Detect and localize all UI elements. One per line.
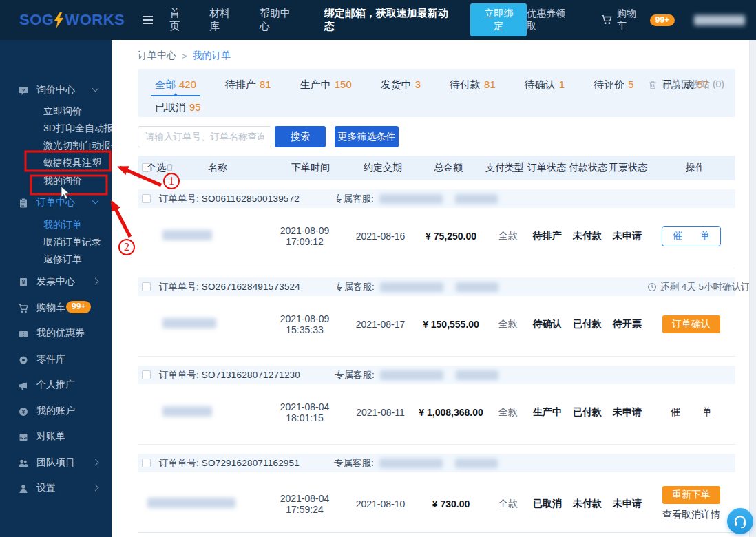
- sidebar-item-laser-cut-quote[interactable]: 激光切割自动报价: [0, 136, 112, 154]
- tab-pending-confirm[interactable]: 待确认1: [525, 78, 565, 92]
- order-row: 订单单号: SO2671628491573524 专属客服: 还剩 4天 5小时…: [138, 277, 735, 357]
- order-name-redacted[interactable]: [147, 498, 235, 508]
- sidebar-item-order-center[interactable]: 订单中心: [0, 193, 112, 211]
- sidebar-item-my-inquiries[interactable]: 我的询价: [0, 171, 112, 189]
- nav-home[interactable]: 首页: [169, 7, 190, 33]
- sidebar-item-cart[interactable]: 购物车99+: [0, 298, 112, 316]
- pay-type: 全款: [489, 318, 527, 330]
- order-summary-bar: 订单单号: SO7291628071162951 专属客服:: [138, 454, 735, 472]
- confirm-countdown: 还剩 4天 5小时确认订: [647, 281, 749, 293]
- pay-type: 全款: [489, 498, 527, 510]
- sidebar-item-cancelled-orders[interactable]: 取消订单记录: [0, 233, 112, 251]
- order-name-redacted[interactable]: [162, 406, 212, 417]
- col-name: 名称: [208, 162, 227, 174]
- tab-in-production[interactable]: 生产中150: [300, 78, 352, 92]
- search-bar: 搜索 更多筛选条件: [138, 126, 735, 147]
- nav-help-center[interactable]: 帮助中心: [260, 7, 301, 33]
- more-filters-button[interactable]: 更多筛选条件: [335, 126, 399, 147]
- tab-shipping[interactable]: 发货中3: [381, 78, 421, 92]
- reorder-button[interactable]: 重新下单: [662, 486, 720, 504]
- chevron-right-icon: [92, 459, 99, 466]
- sidebar-item-repair-orders[interactable]: 返修订单: [0, 250, 112, 268]
- order-recycle-bin[interactable]: 订单回收站 (0): [648, 78, 724, 91]
- view-cancel-details-link[interactable]: 查看取消详情: [662, 509, 720, 521]
- tab-pending-payment[interactable]: 待付款81: [450, 78, 496, 92]
- sidebar-item-inquiry-center[interactable]: ? 询价中心: [0, 81, 112, 98]
- invoice-status: 未申请: [607, 498, 647, 510]
- order-checkbox[interactable]: [142, 370, 151, 379]
- scrollbar-track[interactable]: [749, 40, 756, 537]
- select-all-label: 全选: [147, 162, 166, 174]
- username-redacted[interactable]: [694, 15, 745, 25]
- invoice-status: 未申请: [607, 230, 647, 242]
- confirm-order-button[interactable]: 订单确认: [662, 315, 720, 333]
- coupon-icon: [18, 327, 29, 338]
- service-contact-redacted: [456, 282, 498, 292]
- sidebar-item-my-orders[interactable]: 我的订单: [0, 215, 112, 233]
- coupon-claim-link[interactable]: 优惠券领取: [527, 8, 575, 32]
- logo[interactable]: SOG WORKS: [19, 11, 125, 29]
- clock-icon: [647, 282, 657, 292]
- order-no-label: 订单单号:: [159, 193, 199, 205]
- cart-icon: [601, 14, 613, 25]
- sidebar-item-settings[interactable]: 设置: [0, 478, 112, 496]
- order-number: SO7291628071162951: [202, 458, 300, 468]
- order-summary-bar: 订单单号: SO7131628071271230 专属客服:: [138, 366, 735, 384]
- order-data-row: 2021-08-09 17:09:12 2021-08-16 ¥ 75,250.…: [138, 222, 735, 251]
- urge-order-link[interactable]: 催 单: [671, 406, 712, 419]
- delete-selected-icon[interactable]: [165, 162, 174, 174]
- sidebar-item-statements[interactable]: 对账单: [0, 427, 112, 445]
- bind-now-button[interactable]: 立即绑定: [470, 3, 527, 36]
- tab-all[interactable]: 全部420: [155, 78, 196, 92]
- sidebar-item-3d-print-quote[interactable]: 3D打印全自动报价: [0, 119, 112, 137]
- pay-type: 全款: [489, 230, 527, 242]
- order-name-redacted[interactable]: [162, 318, 216, 328]
- service-name-redacted: [380, 282, 443, 292]
- tab-cancelled[interactable]: 已取消95: [155, 101, 201, 114]
- navbar-cart[interactable]: 购物车 99+: [601, 8, 675, 32]
- settings-person-icon: [18, 482, 29, 493]
- sidebar-item-my-coupons[interactable]: 我的优惠券: [0, 324, 112, 341]
- order-checkbox[interactable]: [142, 194, 151, 203]
- breadcrumb-order-center[interactable]: 订单中心: [138, 50, 176, 62]
- sidebar-item-my-account[interactable]: ¥ 我的账户: [0, 401, 112, 419]
- svg-text:¥: ¥: [21, 408, 25, 415]
- nav-materials[interactable]: 材料库: [209, 7, 240, 33]
- order-checkbox[interactable]: [142, 282, 151, 291]
- order-search-input[interactable]: [138, 126, 271, 147]
- order-checkbox[interactable]: [142, 459, 151, 467]
- sidebar-gutter: [112, 40, 118, 537]
- tab-pending-schedule[interactable]: 待排产81: [225, 78, 271, 92]
- order-time: 2021-08-04 17:59:24: [262, 493, 348, 515]
- logo-lightning-icon: [54, 12, 64, 28]
- sidebar-item-invoice-center[interactable]: ¥ 发票中心: [0, 272, 112, 290]
- search-button[interactable]: 搜索: [275, 126, 326, 147]
- due-date: 2021-08-11: [348, 407, 413, 418]
- sidebar-item-personal-promotion[interactable]: 个人推广: [0, 375, 112, 393]
- headset-icon: [732, 513, 748, 529]
- sidebar-item-team-projects[interactable]: 团队项目: [0, 453, 112, 471]
- customer-service-button[interactable]: [727, 508, 753, 534]
- invoice-status: 未申请: [607, 406, 647, 419]
- pay-type: 全款: [489, 406, 527, 419]
- breadcrumb-my-orders[interactable]: 我的订单: [193, 50, 231, 62]
- megaphone-icon: [18, 379, 29, 390]
- bind-email-banner: 绑定邮箱，获取速加最新动态: [324, 7, 459, 33]
- tab-pending-review[interactable]: 待评价5: [594, 78, 633, 92]
- sidebar-item-parts-library[interactable]: 零件库: [0, 350, 112, 368]
- sidebar-item-inquire-now[interactable]: 立即询价: [0, 102, 112, 120]
- urge-order-button[interactable]: 催 单: [662, 226, 721, 246]
- team-icon: [18, 456, 29, 467]
- table-header: 全选 名称 下单时间 约定交期 总金额 支付类型 订单状态 付款状态 开票状态 …: [138, 156, 735, 180]
- order-name-redacted[interactable]: [162, 230, 212, 240]
- order-amount: ¥ 1,008,368.00: [413, 407, 489, 418]
- col-order-time: 下单时间: [291, 162, 330, 174]
- order-summary-bar: 订单单号: SO2671628491573524 专属客服: 还剩 4天 5小时…: [138, 277, 735, 296]
- menu-toggle-icon[interactable]: [143, 16, 153, 24]
- sidebar-item-agile-mold[interactable]: 敏捷模具注塑: [0, 154, 112, 171]
- main-content: 订单中心 > 我的订单 全部420 待排产81 生产中150 发货中3 待付款8…: [118, 40, 749, 537]
- order-no-label: 订单单号:: [159, 457, 199, 470]
- order-status: 待排产: [527, 230, 567, 242]
- invoice-status: 待开票: [607, 318, 647, 330]
- service-name-redacted: [379, 194, 443, 204]
